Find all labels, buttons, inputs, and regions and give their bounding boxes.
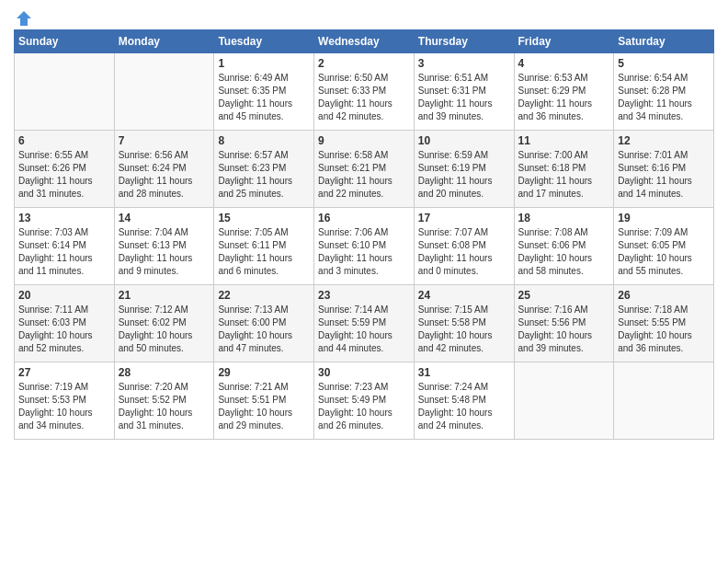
calendar-cell: 11Sunrise: 7:00 AMSunset: 6:18 PMDayligh… xyxy=(514,131,614,208)
day-number: 12 xyxy=(618,134,710,147)
header-area xyxy=(14,9,714,24)
day-info: Sunrise: 6:50 AMSunset: 6:33 PMDaylight:… xyxy=(318,72,410,123)
day-info: Sunrise: 7:23 AMSunset: 5:49 PMDaylight:… xyxy=(318,381,410,432)
day-info: Sunrise: 7:14 AMSunset: 5:59 PMDaylight:… xyxy=(318,304,410,355)
day-number: 27 xyxy=(18,366,110,379)
calendar-cell: 24Sunrise: 7:15 AMSunset: 5:58 PMDayligh… xyxy=(414,285,514,362)
day-info: Sunrise: 7:09 AMSunset: 6:05 PMDaylight:… xyxy=(618,226,710,278)
day-info: Sunrise: 7:19 AMSunset: 5:53 PMDaylight:… xyxy=(18,381,110,432)
calendar-cell: 22Sunrise: 7:13 AMSunset: 6:00 PMDayligh… xyxy=(214,285,314,362)
day-info: Sunrise: 6:49 AMSunset: 6:35 PMDaylight:… xyxy=(218,72,310,123)
day-number: 30 xyxy=(318,366,410,379)
calendar-cell: 9Sunrise: 6:58 AMSunset: 6:21 PMDaylight… xyxy=(314,131,415,208)
day-info: Sunrise: 7:16 AMSunset: 5:56 PMDaylight:… xyxy=(518,304,610,355)
weekday-header: Sunday xyxy=(15,30,115,53)
calendar-cell: 25Sunrise: 7:16 AMSunset: 5:56 PMDayligh… xyxy=(514,285,614,362)
day-number: 2 xyxy=(318,57,410,70)
day-number: 1 xyxy=(218,57,310,70)
weekday-header: Monday xyxy=(114,30,214,53)
day-info: Sunrise: 7:20 AMSunset: 5:52 PMDaylight:… xyxy=(119,381,210,432)
calendar-cell: 20Sunrise: 7:11 AMSunset: 6:03 PMDayligh… xyxy=(15,285,115,362)
calendar-cell: 15Sunrise: 7:05 AMSunset: 6:11 PMDayligh… xyxy=(214,208,314,285)
day-info: Sunrise: 7:13 AMSunset: 6:00 PMDaylight:… xyxy=(218,304,310,355)
calendar-cell: 31Sunrise: 7:24 AMSunset: 5:48 PMDayligh… xyxy=(414,362,514,440)
day-info: Sunrise: 7:21 AMSunset: 5:51 PMDaylight:… xyxy=(218,381,310,432)
calendar-cell: 19Sunrise: 7:09 AMSunset: 6:05 PMDayligh… xyxy=(614,208,714,285)
calendar-week-row: 6Sunrise: 6:55 AMSunset: 6:26 PMDaylight… xyxy=(15,131,714,208)
day-number: 18 xyxy=(518,212,610,224)
calendar-cell: 29Sunrise: 7:21 AMSunset: 5:51 PMDayligh… xyxy=(214,362,314,440)
calendar-cell: 3Sunrise: 6:51 AMSunset: 6:31 PMDaylight… xyxy=(414,53,514,131)
day-number: 23 xyxy=(318,289,410,302)
calendar-cell: 14Sunrise: 7:04 AMSunset: 6:13 PMDayligh… xyxy=(114,208,214,285)
day-number: 3 xyxy=(418,57,510,70)
day-number: 5 xyxy=(618,57,710,70)
day-info: Sunrise: 6:51 AMSunset: 6:31 PMDaylight:… xyxy=(418,72,510,123)
day-info: Sunrise: 7:05 AMSunset: 6:11 PMDaylight:… xyxy=(218,226,310,278)
day-info: Sunrise: 6:56 AMSunset: 6:24 PMDaylight:… xyxy=(119,149,210,201)
day-number: 31 xyxy=(418,366,510,379)
day-number: 14 xyxy=(119,212,210,224)
day-number: 7 xyxy=(119,134,210,147)
weekday-header: Wednesday xyxy=(314,30,415,53)
calendar-cell: 4Sunrise: 6:53 AMSunset: 6:29 PMDaylight… xyxy=(514,53,614,131)
day-number: 29 xyxy=(218,366,310,379)
page-container: SundayMondayTuesdayWednesdayThursdayFrid… xyxy=(0,0,728,449)
weekday-header: Saturday xyxy=(614,30,714,53)
day-info: Sunrise: 6:57 AMSunset: 6:23 PMDaylight:… xyxy=(218,149,310,201)
calendar-cell: 10Sunrise: 6:59 AMSunset: 6:19 PMDayligh… xyxy=(414,131,514,208)
weekday-header-row: SundayMondayTuesdayWednesdayThursdayFrid… xyxy=(15,30,714,53)
calendar-cell: 2Sunrise: 6:50 AMSunset: 6:33 PMDaylight… xyxy=(314,53,415,131)
calendar-cell: 21Sunrise: 7:12 AMSunset: 6:02 PMDayligh… xyxy=(114,285,214,362)
day-number: 6 xyxy=(18,134,110,147)
calendar-cell: 28Sunrise: 7:20 AMSunset: 5:52 PMDayligh… xyxy=(114,362,214,440)
calendar-cell: 5Sunrise: 6:54 AMSunset: 6:28 PMDaylight… xyxy=(614,53,714,131)
day-number: 25 xyxy=(518,289,610,302)
day-number: 8 xyxy=(218,134,310,147)
day-info: Sunrise: 7:04 AMSunset: 6:13 PMDaylight:… xyxy=(119,226,210,278)
calendar-cell: 1Sunrise: 6:49 AMSunset: 6:35 PMDaylight… xyxy=(214,53,314,131)
weekday-header: Tuesday xyxy=(214,30,314,53)
calendar-cell: 26Sunrise: 7:18 AMSunset: 5:55 PMDayligh… xyxy=(614,285,714,362)
day-number: 28 xyxy=(119,366,210,379)
day-info: Sunrise: 7:12 AMSunset: 6:02 PMDaylight:… xyxy=(119,304,210,355)
calendar-week-row: 1Sunrise: 6:49 AMSunset: 6:35 PMDaylight… xyxy=(15,53,714,131)
calendar-cell: 13Sunrise: 7:03 AMSunset: 6:14 PMDayligh… xyxy=(15,208,115,285)
calendar-cell: 30Sunrise: 7:23 AMSunset: 5:49 PMDayligh… xyxy=(314,362,415,440)
day-number: 15 xyxy=(218,212,310,224)
calendar-cell xyxy=(514,362,614,440)
day-info: Sunrise: 7:06 AMSunset: 6:10 PMDaylight:… xyxy=(318,226,410,278)
day-info: Sunrise: 6:59 AMSunset: 6:19 PMDaylight:… xyxy=(418,149,510,201)
day-number: 20 xyxy=(18,289,110,302)
day-number: 21 xyxy=(119,289,210,302)
day-info: Sunrise: 7:01 AMSunset: 6:16 PMDaylight:… xyxy=(618,149,710,201)
day-info: Sunrise: 6:58 AMSunset: 6:21 PMDaylight:… xyxy=(318,149,410,201)
day-info: Sunrise: 7:08 AMSunset: 6:06 PMDaylight:… xyxy=(518,226,610,278)
svg-marker-0 xyxy=(17,11,31,26)
calendar-cell: 18Sunrise: 7:08 AMSunset: 6:06 PMDayligh… xyxy=(514,208,614,285)
calendar-week-row: 13Sunrise: 7:03 AMSunset: 6:14 PMDayligh… xyxy=(15,208,714,285)
day-info: Sunrise: 6:55 AMSunset: 6:26 PMDaylight:… xyxy=(18,149,110,201)
calendar-week-row: 27Sunrise: 7:19 AMSunset: 5:53 PMDayligh… xyxy=(15,362,714,440)
day-info: Sunrise: 7:00 AMSunset: 6:18 PMDaylight:… xyxy=(518,149,610,201)
day-number: 16 xyxy=(318,212,410,224)
calendar-cell: 6Sunrise: 6:55 AMSunset: 6:26 PMDaylight… xyxy=(15,131,115,208)
calendar-cell: 23Sunrise: 7:14 AMSunset: 5:59 PMDayligh… xyxy=(314,285,415,362)
calendar-cell: 27Sunrise: 7:19 AMSunset: 5:53 PMDayligh… xyxy=(15,362,115,440)
day-number: 17 xyxy=(418,212,510,224)
calendar-cell: 7Sunrise: 6:56 AMSunset: 6:24 PMDaylight… xyxy=(114,131,214,208)
day-number: 26 xyxy=(618,289,710,302)
logo xyxy=(14,9,34,24)
day-info: Sunrise: 7:18 AMSunset: 5:55 PMDaylight:… xyxy=(618,304,710,355)
day-number: 13 xyxy=(18,212,110,224)
day-info: Sunrise: 6:53 AMSunset: 6:29 PMDaylight:… xyxy=(518,72,610,123)
day-number: 4 xyxy=(518,57,610,70)
weekday-header: Friday xyxy=(514,30,614,53)
weekday-header: Thursday xyxy=(414,30,514,53)
calendar-cell: 12Sunrise: 7:01 AMSunset: 6:16 PMDayligh… xyxy=(614,131,714,208)
day-number: 22 xyxy=(218,289,310,302)
logo-icon xyxy=(15,9,33,28)
day-info: Sunrise: 6:54 AMSunset: 6:28 PMDaylight:… xyxy=(618,72,710,123)
calendar-cell: 8Sunrise: 6:57 AMSunset: 6:23 PMDaylight… xyxy=(214,131,314,208)
day-info: Sunrise: 7:03 AMSunset: 6:14 PMDaylight:… xyxy=(18,226,110,278)
